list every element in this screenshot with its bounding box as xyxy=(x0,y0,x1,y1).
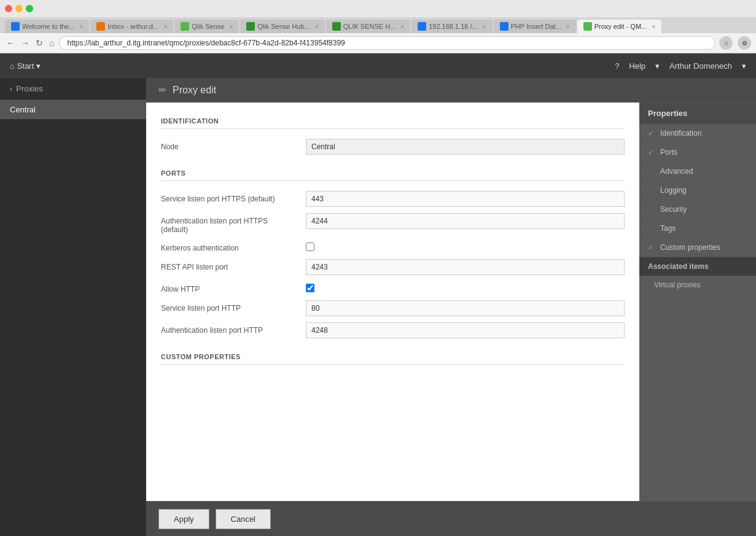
browser-tab-4[interactable]: Qlik Sense Hub... × xyxy=(240,20,324,33)
extensions-icon[interactable]: ⚙ xyxy=(738,36,751,50)
associated-items-header: Associated items xyxy=(639,257,756,276)
main-content: ‹ Proxies Central ✏ Proxy edit IDENTIFIC… xyxy=(0,78,756,536)
identification-check-icon: ✓ xyxy=(648,129,657,138)
properties-panel: Properties ✓ Identification ✓ Ports ✓ Ad… xyxy=(639,103,756,501)
tab-label-3: Qlik Sense xyxy=(192,23,224,30)
content-area: ✏ Proxy edit IDENTIFICATION Node xyxy=(146,78,756,536)
window-close-btn[interactable] xyxy=(5,5,12,12)
properties-item-ports[interactable]: ✓ Ports xyxy=(639,143,756,162)
properties-header: Properties xyxy=(639,103,756,124)
properties-item-security[interactable]: ✓ Security xyxy=(639,200,756,219)
start-label: Start xyxy=(17,61,34,71)
http-port-label: Service listen port HTTP xyxy=(161,300,296,313)
http-port-row: Service listen port HTTP xyxy=(161,300,625,316)
properties-item-advanced[interactable]: ✓ Advanced xyxy=(639,162,756,181)
auth-https-port-label: Authentication listen port HTTPS (defaul… xyxy=(161,213,296,234)
forward-button[interactable]: → xyxy=(20,37,31,49)
apply-button[interactable]: Apply xyxy=(158,509,209,529)
kerberos-checkbox[interactable] xyxy=(306,243,314,251)
app-header: ⌂ Start ▾ ? Help ▾ Arthur Domenech ▾ xyxy=(0,53,756,78)
browser-tab-8[interactable]: Proxy edit - QM... × xyxy=(577,20,661,33)
tab-favicon-1 xyxy=(11,22,20,31)
http-port-input[interactable] xyxy=(306,300,625,316)
node-input[interactable] xyxy=(306,139,625,155)
cancel-button[interactable]: Cancel xyxy=(216,509,271,529)
auth-http-port-label: Authentication listen port HTTP xyxy=(161,322,296,335)
user-chevron-icon: ▾ xyxy=(742,61,746,71)
help-chevron-icon: ▾ xyxy=(655,61,660,71)
tab-close-8[interactable]: × xyxy=(652,23,655,30)
user-label: Arthur Domenech xyxy=(669,61,732,71)
tab-close-1[interactable]: × xyxy=(79,23,83,30)
sidebar-back-label: Proxies xyxy=(16,84,42,93)
allow-http-checkbox[interactable] xyxy=(306,284,314,292)
browser-tab-1[interactable]: Welcome to the... × xyxy=(5,20,89,33)
rest-api-port-control xyxy=(306,259,625,275)
browser-tab-2[interactable]: Inbox - arthur.d... × xyxy=(90,20,173,33)
window-maximize-btn[interactable] xyxy=(26,5,33,12)
tab-close-2[interactable]: × xyxy=(163,23,167,30)
auth-https-port-row: Authentication listen port HTTPS (defaul… xyxy=(161,213,625,234)
rest-api-port-input[interactable] xyxy=(306,259,625,275)
browser-tab-3[interactable]: Qlik Sense × xyxy=(174,20,239,33)
browser-chrome: Welcome to the... × Inbox - arthur.d... … xyxy=(0,0,756,53)
auth-https-port-control xyxy=(306,213,625,229)
sidebar-item-central[interactable]: Central xyxy=(0,100,146,119)
kerberos-row: Kerberos authentication xyxy=(161,240,625,253)
tab-close-4[interactable]: × xyxy=(315,23,319,30)
properties-item-custom-properties[interactable]: ✓ Custom properties xyxy=(639,238,756,257)
tab-favicon-6 xyxy=(418,22,426,31)
tab-label-6: 192.168.1.16 /... xyxy=(429,23,478,30)
home-button[interactable]: ⌂ xyxy=(48,37,55,49)
https-port-input[interactable] xyxy=(306,191,625,207)
help-label: Help xyxy=(629,61,645,71)
browser-tab-7[interactable]: PHP Insert Dat... × xyxy=(494,20,576,33)
auth-http-port-input[interactable] xyxy=(306,322,625,338)
start-button[interactable]: ⌂ Start ▾ xyxy=(10,61,41,71)
page-title: Proxy edit xyxy=(173,85,216,96)
bookmark-icon[interactable]: ☆ xyxy=(719,36,733,50)
properties-item-identification[interactable]: ✓ Identification xyxy=(639,124,756,143)
browser-tab-5[interactable]: QLIK SENSE H... × xyxy=(326,20,410,33)
tab-close-6[interactable]: × xyxy=(483,23,486,30)
node-control xyxy=(306,139,625,155)
tab-close-3[interactable]: × xyxy=(229,23,233,30)
form-area: IDENTIFICATION Node PORTS Service liste xyxy=(146,103,639,501)
tab-label-1: Welcome to the... xyxy=(22,23,74,30)
tab-close-7[interactable]: × xyxy=(566,23,570,30)
identification-section: IDENTIFICATION Node xyxy=(161,117,625,155)
properties-item-logging-label: Logging xyxy=(660,186,687,195)
virtual-proxies-label: Virtual proxies xyxy=(654,281,701,289)
reload-button[interactable]: ↻ xyxy=(34,37,44,49)
https-port-label: Service listen port HTTPS (default) xyxy=(161,191,296,203)
properties-item-logging[interactable]: ✓ Logging xyxy=(639,181,756,200)
tab-label-8: Proxy edit - QM... xyxy=(594,23,647,30)
app-header-right: ? Help ▾ Arthur Domenech ▾ xyxy=(615,61,746,71)
kerberos-label: Kerberos authentication xyxy=(161,240,296,252)
properties-item-custom-properties-label: Custom properties xyxy=(660,243,720,252)
rest-api-port-row: REST API listen port xyxy=(161,259,625,275)
browser-tab-bar: Welcome to the... × Inbox - arthur.d... … xyxy=(0,17,756,33)
virtual-proxies-item[interactable]: Virtual proxies xyxy=(639,276,756,294)
form-footer: Apply Cancel xyxy=(146,501,756,536)
window-minimize-btn[interactable] xyxy=(15,5,23,12)
browser-window-controls xyxy=(5,5,33,12)
home-icon: ⌂ xyxy=(10,61,15,71)
address-input[interactable] xyxy=(59,36,715,50)
rest-api-port-label: REST API listen port xyxy=(161,259,296,271)
app-container: ⌂ Start ▾ ? Help ▾ Arthur Domenech ▾ ‹ P… xyxy=(0,53,756,536)
browser-tab-6[interactable]: 192.168.1.16 /... × xyxy=(411,20,492,33)
back-button[interactable]: ← xyxy=(5,37,16,49)
ports-section: PORTS Service listen port HTTPS (default… xyxy=(161,169,625,338)
custom-properties-section-title: CUSTOM PROPERTIES xyxy=(161,353,625,365)
node-label: Node xyxy=(161,139,296,151)
help-icon: ? xyxy=(615,61,619,71)
auth-https-port-input[interactable] xyxy=(306,213,625,229)
ports-check-icon: ✓ xyxy=(648,148,657,157)
properties-item-tags[interactable]: ✓ Tags xyxy=(639,219,756,238)
sidebar-back-button[interactable]: ‹ Proxies xyxy=(0,78,146,100)
sidebar-item-label: Central xyxy=(10,105,36,114)
tab-close-5[interactable]: × xyxy=(400,23,404,30)
app-header-left: ⌂ Start ▾ xyxy=(10,61,41,71)
properties-item-tags-label: Tags xyxy=(660,224,676,233)
